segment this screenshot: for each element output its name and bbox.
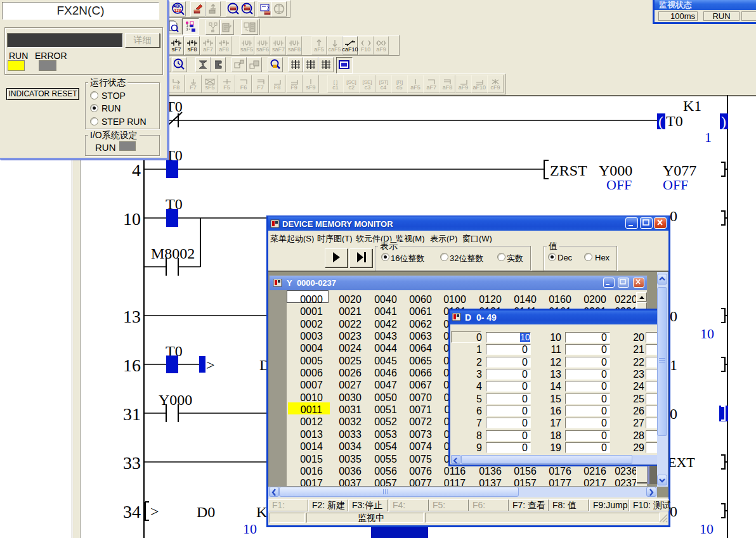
svg-text:K1: K1 bbox=[683, 98, 701, 114]
svg-text:123: 123 bbox=[174, 8, 181, 13]
svg-text:T0: T0 bbox=[666, 113, 683, 129]
svg-text:>: > bbox=[206, 357, 215, 373]
svg-text:OFF: OFF bbox=[663, 177, 688, 193]
svg-text:10: 10 bbox=[700, 521, 714, 537]
svg-text:4: 4 bbox=[132, 160, 141, 180]
svg-text:33: 33 bbox=[123, 453, 141, 473]
svg-text:10: 10 bbox=[123, 209, 141, 229]
svg-text:10: 10 bbox=[243, 521, 257, 537]
svg-text:EXT: EXT bbox=[668, 454, 695, 470]
svg-text:13: 13 bbox=[123, 307, 141, 326]
svg-text:1: 1 bbox=[670, 357, 677, 373]
svg-text:D0: D0 bbox=[197, 504, 215, 520]
svg-text:1: 1 bbox=[705, 129, 712, 145]
svg-text:16: 16 bbox=[123, 355, 141, 375]
svg-text:0: 0 bbox=[670, 208, 677, 224]
svg-text:ABC: ABC bbox=[173, 4, 182, 8]
svg-text:31: 31 bbox=[123, 404, 141, 424]
svg-text:(: ( bbox=[658, 113, 663, 130]
svg-text:10: 10 bbox=[700, 326, 714, 342]
svg-text:0: 0 bbox=[670, 406, 677, 422]
svg-text:Y000: Y000 bbox=[159, 392, 192, 408]
svg-text:ZRST: ZRST bbox=[550, 162, 587, 179]
svg-text:34: 34 bbox=[123, 502, 141, 522]
svg-text:0: 0 bbox=[670, 308, 677, 324]
svg-text:>: > bbox=[150, 503, 159, 520]
svg-text:): ) bbox=[721, 113, 726, 130]
svg-text:OFF: OFF bbox=[606, 177, 632, 193]
